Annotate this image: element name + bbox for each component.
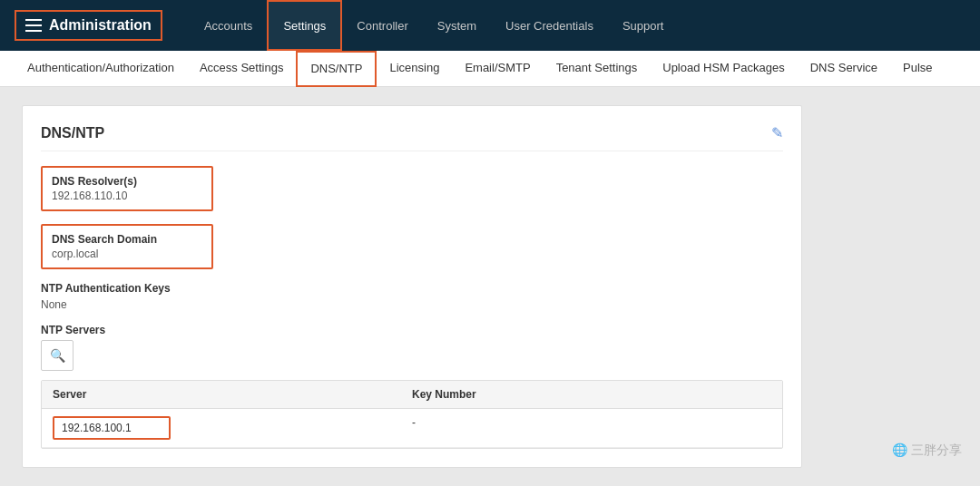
nav-item-support[interactable]: Support — [608, 0, 679, 51]
main-content: DNS/NTP ✎ DNS Resolver(s) 192.168.110.10… — [0, 87, 980, 486]
search-button[interactable]: 🔍 — [41, 340, 74, 371]
hamburger-icon[interactable] — [25, 19, 42, 32]
ntp-servers-section: NTP Servers 🔍 Server Key Number 192.168.… — [41, 324, 783, 449]
top-nav-items: Accounts Settings Controller System User… — [190, 0, 679, 51]
panel-header: DNS/NTP ✎ — [41, 124, 783, 151]
sub-nav-hsm[interactable]: Upload HSM Packages — [650, 51, 797, 87]
dns-resolver-value: 192.168.110.10 — [52, 190, 202, 202]
cell-key-number: - — [412, 416, 771, 440]
nav-item-user-credentials[interactable]: User Credentials — [491, 0, 608, 51]
ntp-table: Server Key Number 192.168.100.1 - — [41, 380, 783, 449]
nav-item-controller[interactable]: Controller — [342, 0, 422, 51]
sub-nav-tenant[interactable]: Tenant Settings — [544, 51, 651, 87]
sub-nav-dns-service[interactable]: DNS Service — [798, 51, 890, 87]
sub-nav-pulse[interactable]: Pulse — [890, 51, 946, 87]
ntp-servers-label: NTP Servers — [41, 324, 783, 336]
dns-resolver-label: DNS Resolver(s) — [52, 175, 202, 188]
sub-nav-access[interactable]: Access Settings — [187, 51, 297, 87]
ntp-auth-label: NTP Authentication Keys — [41, 282, 783, 295]
cell-server: 192.168.100.1 — [53, 416, 412, 440]
brand-title: Administration — [49, 17, 152, 34]
top-nav: Administration Accounts Settings Control… — [0, 0, 980, 51]
ntp-auth-section: NTP Authentication Keys None — [41, 282, 783, 311]
brand: Administration — [15, 10, 162, 41]
dns-search-domain-label: DNS Search Domain — [52, 233, 202, 246]
col-server: Server — [53, 388, 412, 401]
panel: DNS/NTP ✎ DNS Resolver(s) 192.168.110.10… — [22, 105, 802, 468]
dns-resolver-group: DNS Resolver(s) 192.168.110.10 — [41, 166, 213, 211]
search-icon: 🔍 — [50, 348, 65, 363]
table-header: Server Key Number — [42, 381, 782, 409]
sub-nav-dns-ntp[interactable]: DNS/NTP — [296, 51, 377, 87]
panel-title: DNS/NTP — [41, 125, 104, 141]
ntp-auth-value: None — [41, 298, 783, 311]
col-key-number: Key Number — [412, 388, 771, 401]
server-value: 192.168.100.1 — [53, 416, 171, 440]
table-row: 192.168.100.1 - — [42, 409, 782, 448]
nav-item-settings[interactable]: Settings — [267, 0, 342, 51]
sub-nav: Authentication/Authorization Access Sett… — [0, 51, 980, 87]
edit-icon[interactable]: ✎ — [771, 124, 783, 141]
sub-nav-auth[interactable]: Authentication/Authorization — [15, 51, 187, 87]
sub-nav-licensing[interactable]: Licensing — [377, 51, 452, 87]
sub-nav-email[interactable]: Email/SMTP — [452, 51, 543, 87]
dns-search-domain-value: corp.local — [52, 248, 202, 260]
nav-item-system[interactable]: System — [423, 0, 491, 51]
nav-item-accounts[interactable]: Accounts — [190, 0, 267, 51]
watermark: 🌐 三胖分享 — [892, 442, 962, 459]
dns-search-domain-group: DNS Search Domain corp.local — [41, 224, 213, 269]
